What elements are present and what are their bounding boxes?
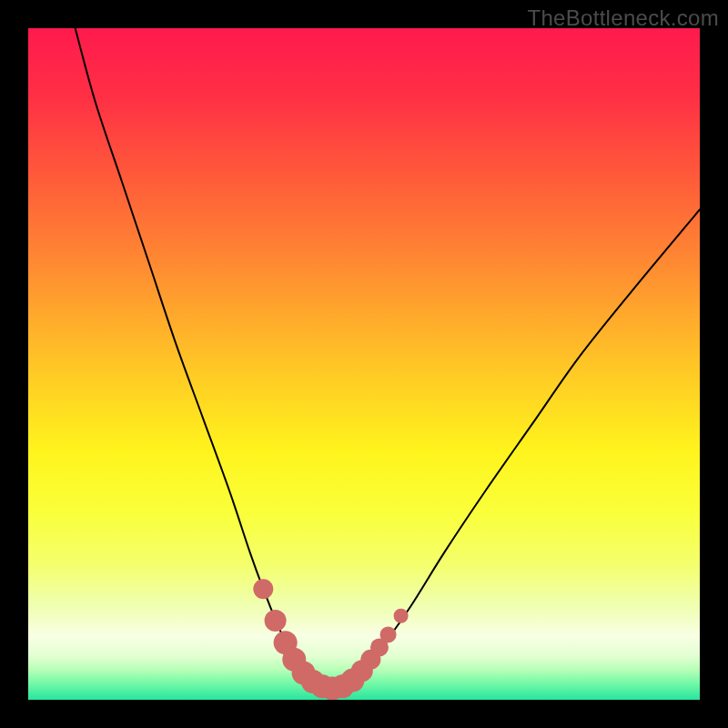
plot-area <box>28 28 700 700</box>
curve-marker <box>380 626 397 642</box>
curve-marker <box>265 610 287 632</box>
curve-marker <box>253 579 273 599</box>
curve-marker <box>394 609 409 623</box>
outer-frame: TheBottleneck.com <box>0 0 728 728</box>
watermark-text: TheBottleneck.com <box>527 5 719 31</box>
plot-svg <box>28 28 700 700</box>
gradient-background <box>28 28 700 700</box>
